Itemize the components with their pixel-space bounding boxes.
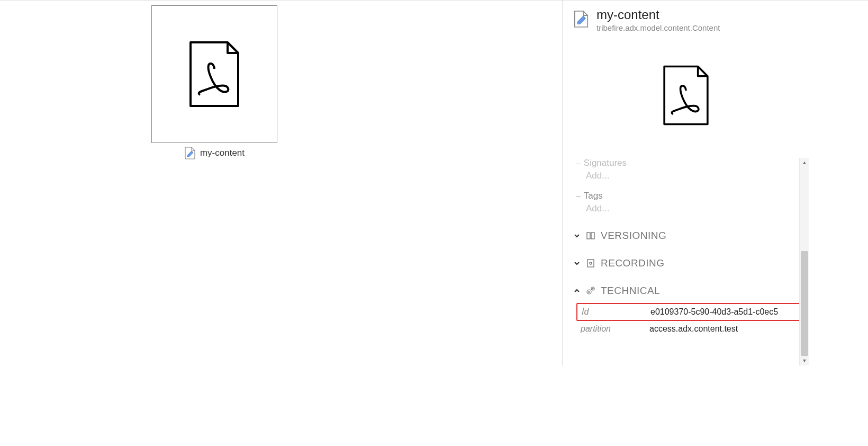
field-signatures: – Signatures Add... — [576, 158, 809, 181]
document-edit-icon — [573, 10, 589, 29]
svg-rect-2 — [587, 260, 594, 267]
panel-header: my-content tribefire.adx.model.content.C… — [563, 0, 809, 32]
prop-val-partition: access.adx.content.test — [649, 324, 738, 334]
scroll-up-arrow-icon[interactable]: ▲ — [800, 158, 809, 167]
gear-icon — [586, 286, 595, 296]
pdf-file-icon — [659, 64, 712, 127]
section-technical-header[interactable]: TECHNICAL — [573, 285, 809, 297]
technical-title: TECHNICAL — [601, 285, 660, 297]
dash-icon: – — [576, 159, 581, 167]
chevron-down-icon — [573, 260, 581, 267]
svg-rect-0 — [587, 233, 590, 239]
panel-title: my-content — [596, 7, 720, 22]
versioning-icon — [586, 231, 595, 240]
scroll-down-arrow-icon[interactable]: ▼ — [800, 356, 809, 365]
svg-point-7 — [592, 288, 593, 289]
svg-point-3 — [590, 262, 592, 264]
recording-icon — [586, 258, 595, 268]
content-thumbnail[interactable] — [151, 5, 277, 143]
chevron-up-icon — [573, 287, 581, 295]
tags-add-button[interactable]: Add... — [586, 203, 809, 214]
thumbnail-filename: my-content — [200, 148, 245, 158]
prop-val-id: e0109370-5c90-40d3-a5d1-c0ec5 — [650, 307, 778, 317]
pdf-file-icon — [185, 40, 243, 109]
document-edit-icon — [184, 146, 196, 160]
section-versioning-header[interactable]: VERSIONING — [573, 230, 809, 242]
svg-point-6 — [591, 287, 594, 290]
versioning-title: VERSIONING — [601, 230, 666, 242]
svg-point-5 — [589, 291, 590, 293]
chevron-down-icon — [573, 232, 581, 239]
prop-key-id: Id — [582, 307, 650, 317]
thumbnail-label-row: my-content — [151, 146, 277, 160]
section-recording-header[interactable]: RECORDING — [573, 257, 809, 269]
recording-title: RECORDING — [601, 257, 665, 269]
panel-preview — [563, 32, 809, 137]
signatures-label: Signatures — [584, 158, 627, 168]
dash-icon: – — [576, 192, 581, 200]
field-tags: – Tags Add... — [576, 191, 809, 214]
scrollbar-thumb[interactable] — [801, 251, 808, 356]
technical-id-row[interactable]: Id e0109370-5c90-40d3-a5d1-c0ec5 — [576, 303, 809, 321]
panel-subtitle: tribefire.adx.model.content.Content — [596, 23, 720, 32]
prop-key-partition: partition — [581, 324, 649, 334]
svg-point-4 — [587, 290, 591, 294]
signatures-add-button[interactable]: Add... — [586, 171, 809, 181]
tags-label: Tags — [584, 191, 603, 201]
technical-partition-row[interactable]: partition access.adx.content.test — [576, 321, 809, 337]
svg-rect-1 — [591, 233, 594, 239]
scrollbar-track[interactable]: ▲ ▼ — [799, 158, 809, 365]
main-content-area: my-content — [0, 0, 562, 446]
details-panel: my-content tribefire.adx.model.content.C… — [562, 0, 809, 365]
properties-scroll-area: – Signatures Add... – Tags Add... VERSIO… — [573, 158, 809, 365]
